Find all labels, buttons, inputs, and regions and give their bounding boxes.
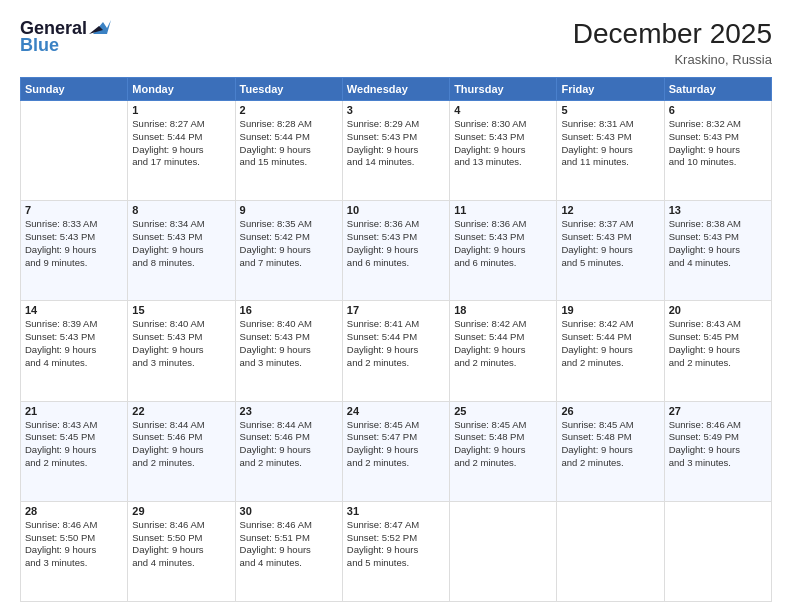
day-number: 21 bbox=[25, 405, 123, 417]
calendar-week-1: 7Sunrise: 8:33 AMSunset: 5:43 PMDaylight… bbox=[21, 201, 772, 301]
table-row: 29Sunrise: 8:46 AMSunset: 5:50 PMDayligh… bbox=[128, 501, 235, 601]
day-info: Sunrise: 8:33 AMSunset: 5:43 PMDaylight:… bbox=[25, 218, 123, 269]
title-block: December 2025 Kraskino, Russia bbox=[573, 18, 772, 67]
day-info: Sunrise: 8:45 AMSunset: 5:47 PMDaylight:… bbox=[347, 419, 445, 470]
day-info: Sunrise: 8:46 AMSunset: 5:50 PMDaylight:… bbox=[132, 519, 230, 570]
day-number: 3 bbox=[347, 104, 445, 116]
day-info: Sunrise: 8:27 AMSunset: 5:44 PMDaylight:… bbox=[132, 118, 230, 169]
calendar-week-3: 21Sunrise: 8:43 AMSunset: 5:45 PMDayligh… bbox=[21, 401, 772, 501]
calendar-week-2: 14Sunrise: 8:39 AMSunset: 5:43 PMDayligh… bbox=[21, 301, 772, 401]
table-row: 16Sunrise: 8:40 AMSunset: 5:43 PMDayligh… bbox=[235, 301, 342, 401]
logo: General Blue bbox=[20, 18, 111, 56]
table-row: 21Sunrise: 8:43 AMSunset: 5:45 PMDayligh… bbox=[21, 401, 128, 501]
day-info: Sunrise: 8:42 AMSunset: 5:44 PMDaylight:… bbox=[454, 318, 552, 369]
day-info: Sunrise: 8:41 AMSunset: 5:44 PMDaylight:… bbox=[347, 318, 445, 369]
table-row: 10Sunrise: 8:36 AMSunset: 5:43 PMDayligh… bbox=[342, 201, 449, 301]
day-number: 8 bbox=[132, 204, 230, 216]
day-info: Sunrise: 8:34 AMSunset: 5:43 PMDaylight:… bbox=[132, 218, 230, 269]
col-sunday: Sunday bbox=[21, 78, 128, 101]
table-row: 24Sunrise: 8:45 AMSunset: 5:47 PMDayligh… bbox=[342, 401, 449, 501]
calendar-week-0: 1Sunrise: 8:27 AMSunset: 5:44 PMDaylight… bbox=[21, 101, 772, 201]
day-number: 29 bbox=[132, 505, 230, 517]
table-row: 11Sunrise: 8:36 AMSunset: 5:43 PMDayligh… bbox=[450, 201, 557, 301]
day-info: Sunrise: 8:46 AMSunset: 5:51 PMDaylight:… bbox=[240, 519, 338, 570]
day-info: Sunrise: 8:28 AMSunset: 5:44 PMDaylight:… bbox=[240, 118, 338, 169]
day-info: Sunrise: 8:39 AMSunset: 5:43 PMDaylight:… bbox=[25, 318, 123, 369]
day-number: 14 bbox=[25, 304, 123, 316]
day-info: Sunrise: 8:44 AMSunset: 5:46 PMDaylight:… bbox=[132, 419, 230, 470]
table-row bbox=[450, 501, 557, 601]
table-row: 12Sunrise: 8:37 AMSunset: 5:43 PMDayligh… bbox=[557, 201, 664, 301]
day-number: 20 bbox=[669, 304, 767, 316]
day-info: Sunrise: 8:47 AMSunset: 5:52 PMDaylight:… bbox=[347, 519, 445, 570]
table-row bbox=[21, 101, 128, 201]
col-wednesday: Wednesday bbox=[342, 78, 449, 101]
table-row: 3Sunrise: 8:29 AMSunset: 5:43 PMDaylight… bbox=[342, 101, 449, 201]
table-row: 5Sunrise: 8:31 AMSunset: 5:43 PMDaylight… bbox=[557, 101, 664, 201]
table-row: 26Sunrise: 8:45 AMSunset: 5:48 PMDayligh… bbox=[557, 401, 664, 501]
day-number: 22 bbox=[132, 405, 230, 417]
day-number: 17 bbox=[347, 304, 445, 316]
table-row: 19Sunrise: 8:42 AMSunset: 5:44 PMDayligh… bbox=[557, 301, 664, 401]
table-row bbox=[664, 501, 771, 601]
table-row: 4Sunrise: 8:30 AMSunset: 5:43 PMDaylight… bbox=[450, 101, 557, 201]
table-row: 14Sunrise: 8:39 AMSunset: 5:43 PMDayligh… bbox=[21, 301, 128, 401]
day-number: 26 bbox=[561, 405, 659, 417]
day-number: 23 bbox=[240, 405, 338, 417]
day-number: 7 bbox=[25, 204, 123, 216]
day-info: Sunrise: 8:37 AMSunset: 5:43 PMDaylight:… bbox=[561, 218, 659, 269]
day-number: 5 bbox=[561, 104, 659, 116]
day-info: Sunrise: 8:46 AMSunset: 5:50 PMDaylight:… bbox=[25, 519, 123, 570]
month-title: December 2025 bbox=[573, 18, 772, 50]
header: General Blue December 2025 Kraskino, Rus… bbox=[20, 18, 772, 67]
day-info: Sunrise: 8:40 AMSunset: 5:43 PMDaylight:… bbox=[132, 318, 230, 369]
day-info: Sunrise: 8:45 AMSunset: 5:48 PMDaylight:… bbox=[454, 419, 552, 470]
day-info: Sunrise: 8:32 AMSunset: 5:43 PMDaylight:… bbox=[669, 118, 767, 169]
table-row: 30Sunrise: 8:46 AMSunset: 5:51 PMDayligh… bbox=[235, 501, 342, 601]
table-row: 17Sunrise: 8:41 AMSunset: 5:44 PMDayligh… bbox=[342, 301, 449, 401]
day-info: Sunrise: 8:36 AMSunset: 5:43 PMDaylight:… bbox=[347, 218, 445, 269]
table-row bbox=[557, 501, 664, 601]
day-number: 16 bbox=[240, 304, 338, 316]
day-info: Sunrise: 8:42 AMSunset: 5:44 PMDaylight:… bbox=[561, 318, 659, 369]
day-info: Sunrise: 8:36 AMSunset: 5:43 PMDaylight:… bbox=[454, 218, 552, 269]
day-number: 9 bbox=[240, 204, 338, 216]
table-row: 15Sunrise: 8:40 AMSunset: 5:43 PMDayligh… bbox=[128, 301, 235, 401]
page: General Blue December 2025 Kraskino, Rus… bbox=[0, 0, 792, 612]
calendar-header-row: Sunday Monday Tuesday Wednesday Thursday… bbox=[21, 78, 772, 101]
table-row: 28Sunrise: 8:46 AMSunset: 5:50 PMDayligh… bbox=[21, 501, 128, 601]
table-row: 22Sunrise: 8:44 AMSunset: 5:46 PMDayligh… bbox=[128, 401, 235, 501]
table-row: 25Sunrise: 8:45 AMSunset: 5:48 PMDayligh… bbox=[450, 401, 557, 501]
day-number: 15 bbox=[132, 304, 230, 316]
day-number: 27 bbox=[669, 405, 767, 417]
day-number: 25 bbox=[454, 405, 552, 417]
day-number: 10 bbox=[347, 204, 445, 216]
day-number: 18 bbox=[454, 304, 552, 316]
day-info: Sunrise: 8:30 AMSunset: 5:43 PMDaylight:… bbox=[454, 118, 552, 169]
logo-bird-icon bbox=[89, 20, 111, 36]
day-info: Sunrise: 8:38 AMSunset: 5:43 PMDaylight:… bbox=[669, 218, 767, 269]
location: Kraskino, Russia bbox=[573, 52, 772, 67]
calendar-table: Sunday Monday Tuesday Wednesday Thursday… bbox=[20, 77, 772, 602]
day-info: Sunrise: 8:31 AMSunset: 5:43 PMDaylight:… bbox=[561, 118, 659, 169]
table-row: 18Sunrise: 8:42 AMSunset: 5:44 PMDayligh… bbox=[450, 301, 557, 401]
day-number: 28 bbox=[25, 505, 123, 517]
table-row: 27Sunrise: 8:46 AMSunset: 5:49 PMDayligh… bbox=[664, 401, 771, 501]
calendar-week-4: 28Sunrise: 8:46 AMSunset: 5:50 PMDayligh… bbox=[21, 501, 772, 601]
day-info: Sunrise: 8:45 AMSunset: 5:48 PMDaylight:… bbox=[561, 419, 659, 470]
table-row: 7Sunrise: 8:33 AMSunset: 5:43 PMDaylight… bbox=[21, 201, 128, 301]
col-monday: Monday bbox=[128, 78, 235, 101]
day-number: 4 bbox=[454, 104, 552, 116]
table-row: 20Sunrise: 8:43 AMSunset: 5:45 PMDayligh… bbox=[664, 301, 771, 401]
table-row: 6Sunrise: 8:32 AMSunset: 5:43 PMDaylight… bbox=[664, 101, 771, 201]
table-row: 9Sunrise: 8:35 AMSunset: 5:42 PMDaylight… bbox=[235, 201, 342, 301]
table-row: 2Sunrise: 8:28 AMSunset: 5:44 PMDaylight… bbox=[235, 101, 342, 201]
col-saturday: Saturday bbox=[664, 78, 771, 101]
table-row: 13Sunrise: 8:38 AMSunset: 5:43 PMDayligh… bbox=[664, 201, 771, 301]
table-row: 23Sunrise: 8:44 AMSunset: 5:46 PMDayligh… bbox=[235, 401, 342, 501]
col-friday: Friday bbox=[557, 78, 664, 101]
col-thursday: Thursday bbox=[450, 78, 557, 101]
day-info: Sunrise: 8:46 AMSunset: 5:49 PMDaylight:… bbox=[669, 419, 767, 470]
day-number: 31 bbox=[347, 505, 445, 517]
day-info: Sunrise: 8:35 AMSunset: 5:42 PMDaylight:… bbox=[240, 218, 338, 269]
